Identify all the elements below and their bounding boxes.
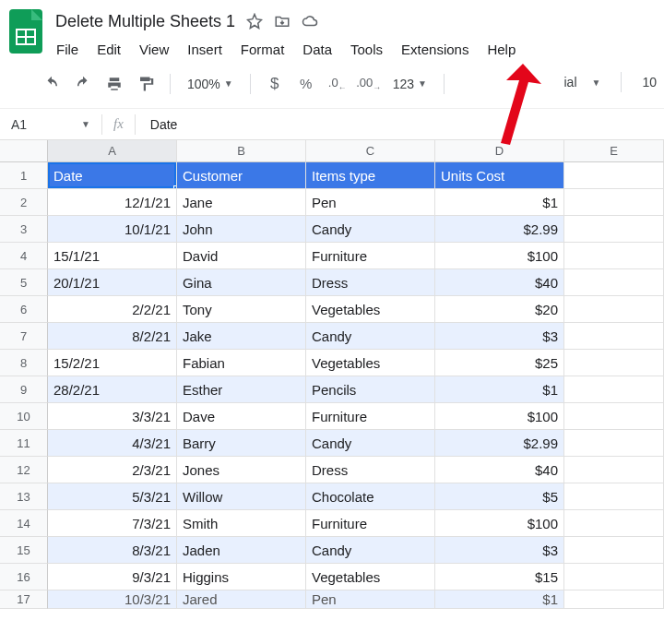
cell[interactable]: Jones [177,457,306,483]
cell[interactable]: Date [48,162,177,189]
cell[interactable]: Dress [306,269,435,296]
row-header[interactable]: 14 [0,510,48,537]
cell[interactable] [564,564,664,590]
menu-file[interactable]: File [48,38,87,61]
row-header[interactable]: 4 [0,243,48,269]
cell[interactable]: 9/3/21 [48,564,177,590]
paint-format-button[interactable] [133,71,159,97]
cell[interactable]: 28/2/21 [48,376,177,403]
cell[interactable]: Smith [177,510,306,537]
col-header-c[interactable]: C [306,140,435,162]
cell[interactable]: Fabian [177,350,306,376]
menu-view[interactable]: View [131,38,177,61]
cell[interactable] [564,269,664,296]
cell[interactable]: Willow [177,483,306,510]
menu-help[interactable]: Help [479,38,524,61]
cell[interactable]: 10/3/21 [48,590,177,609]
zoom-dropdown[interactable]: 100% ▼ [182,77,239,91]
cell[interactable]: Vegetables [306,350,435,376]
cell[interactable]: $100 [435,403,564,430]
cell[interactable]: Tony [177,296,306,323]
cell[interactable]: 2/2/21 [48,296,177,323]
row-header[interactable]: 7 [0,323,48,350]
cell[interactable]: Jaden [177,537,306,564]
decrease-decimal-button[interactable]: .0← [325,71,350,97]
cell[interactable] [564,296,664,323]
cell[interactable]: 15/2/21 [48,350,177,376]
cell[interactable]: Items type [306,162,435,189]
cell[interactable]: 12/1/21 [48,189,177,216]
cloud-status-icon[interactable] [302,13,318,30]
cell[interactable]: 15/1/21 [48,243,177,269]
cell[interactable]: $40 [435,269,564,296]
cell[interactable]: $1 [435,376,564,403]
cell[interactable]: Candy [306,323,435,350]
cell[interactable]: 10/1/21 [48,216,177,243]
cell[interactable]: 3/3/21 [48,403,177,430]
row-header[interactable]: 12 [0,457,48,483]
cell[interactable]: $100 [435,243,564,269]
star-icon[interactable] [246,13,263,30]
cell[interactable] [564,457,664,483]
row-header[interactable]: 15 [0,537,48,564]
cell[interactable] [564,483,664,510]
cell[interactable] [564,590,664,609]
cell[interactable]: Candy [306,430,435,457]
row-header[interactable]: 10 [0,403,48,430]
cell[interactable]: Customer [177,162,306,189]
menu-tools[interactable]: Tools [342,38,391,61]
cell[interactable] [564,510,664,537]
cell[interactable]: Dress [306,457,435,483]
sheets-logo[interactable] [7,7,44,55]
cell[interactable] [564,323,664,350]
cell[interactable]: Furniture [306,403,435,430]
cell[interactable] [564,537,664,564]
cell[interactable] [564,162,664,189]
cell[interactable]: Vegetables [306,564,435,590]
cell[interactable] [564,430,664,457]
select-all-corner[interactable] [0,140,48,162]
row-header[interactable]: 1 [0,162,48,189]
formula-value[interactable]: Date [136,117,178,132]
row-header[interactable]: 8 [0,350,48,376]
number-format-dropdown[interactable]: 123 ▼ [387,77,433,91]
row-header[interactable]: 3 [0,216,48,243]
cell[interactable]: John [177,216,306,243]
cell[interactable]: Furniture [306,510,435,537]
row-header[interactable]: 6 [0,296,48,323]
cell[interactable]: 7/3/21 [48,510,177,537]
cell[interactable]: $2.99 [435,430,564,457]
cell[interactable]: Dave [177,403,306,430]
cell[interactable]: Esther [177,376,306,403]
cell[interactable]: Candy [306,537,435,564]
cell[interactable]: $2.99 [435,216,564,243]
menu-insert[interactable]: Insert [179,38,231,61]
menu-data[interactable]: Data [294,38,340,61]
col-header-a[interactable]: A [48,140,177,162]
cell[interactable]: Jake [177,323,306,350]
menu-edit[interactable]: Edit [89,38,129,61]
redo-button[interactable] [70,71,96,97]
cell[interactable]: Candy [306,216,435,243]
menu-extensions[interactable]: Extensions [393,38,477,61]
font-size-partial[interactable]: 10 [642,75,657,89]
cell[interactable]: $1 [435,189,564,216]
cell[interactable]: $100 [435,510,564,537]
cell[interactable]: Pen [306,590,435,609]
cell[interactable]: Barry [177,430,306,457]
cell[interactable]: Pen [306,189,435,216]
menu-format[interactable]: Format [232,38,293,61]
cell[interactable]: 8/2/21 [48,323,177,350]
cell[interactable]: 2/3/21 [48,457,177,483]
cell[interactable]: 8/3/21 [48,537,177,564]
name-box[interactable]: A1 ▼ [0,117,101,132]
cell[interactable] [564,350,664,376]
cell[interactable] [564,403,664,430]
cell[interactable]: Vegetables [306,296,435,323]
col-header-d[interactable]: D [435,140,564,162]
row-header[interactable]: 16 [0,564,48,590]
cell[interactable]: $15 [435,564,564,590]
increase-decimal-button[interactable]: .00→ [356,71,382,97]
cell[interactable]: 20/1/21 [48,269,177,296]
row-header[interactable]: 11 [0,430,48,457]
